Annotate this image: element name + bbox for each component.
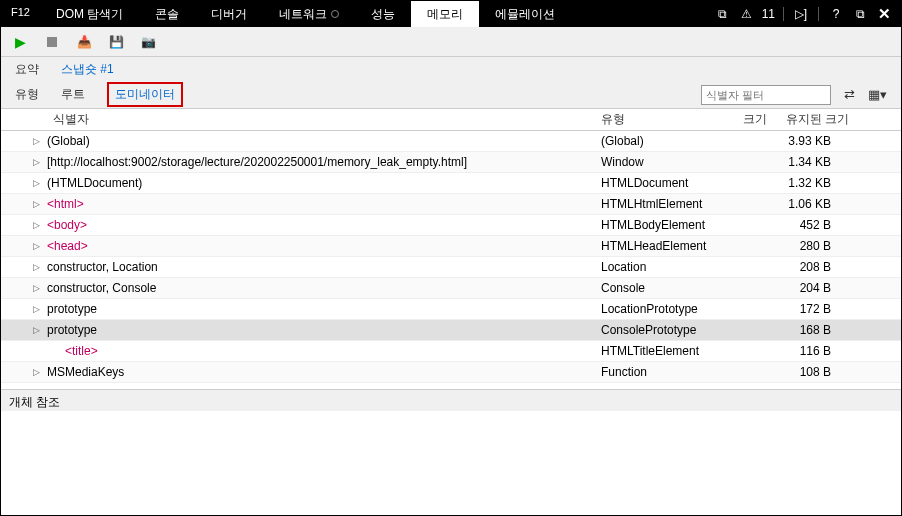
type-text: HTMLBodyElement [601,218,717,232]
tab-메모리[interactable]: 메모리 [411,1,479,27]
table-row[interactable]: ▷<html>HTMLHtmlElement1.06 KB [1,194,901,215]
expand-icon[interactable]: ▷ [33,241,43,251]
type-text: Window [601,155,717,169]
play-button[interactable]: ▶ [11,33,29,51]
table-row[interactable]: ▷MSMediaKeysFunction108 B [1,362,901,383]
table-row[interactable]: ▷prototypeConsolePrototype168 B [1,320,901,341]
tab-DOM 탐색기[interactable]: DOM 탐색기 [40,1,139,27]
identifier-text: MSMediaKeys [47,365,124,379]
identifier-text: (Global) [47,134,90,148]
toolbar: ▶ 📥 💾 📷 [1,27,901,57]
type-text: HTMLDocument [601,176,717,190]
expand-icon[interactable]: ▷ [33,325,43,335]
col-type[interactable]: 유형 [601,111,717,128]
tab-네트워크[interactable]: 네트워크 [263,1,355,27]
snapshot-link[interactable]: 스냅숏 #1 [61,61,114,78]
record-indicator-icon [331,10,339,18]
retained-text: 1.32 KB [777,176,841,190]
import-button[interactable]: 📥 [75,33,93,51]
table-row[interactable]: ▷[http://localhost:9002/storage/lecture/… [1,152,901,173]
type-text: Console [601,281,717,295]
retained-text: 208 B [777,260,841,274]
identifier-text: <body> [47,218,87,232]
summary-tab[interactable]: 요약 [15,61,39,78]
dock-icon[interactable]: ⧉ [714,7,732,21]
table-row[interactable]: ▷prototypeLocationPrototype172 B [1,299,901,320]
expand-icon[interactable]: ▷ [33,262,43,272]
retained-text: 172 B [777,302,841,316]
col-identifier[interactable]: 식별자 [1,111,601,128]
type-text: (Global) [601,134,717,148]
type-text: HTMLHtmlElement [601,197,717,211]
memory-grid: 식별자 유형 크기 유지된 크기 ▷(Global)(Global)3.93 K… [1,109,901,389]
type-text: Location [601,260,717,274]
stop-button[interactable] [43,33,61,51]
table-row[interactable]: ▷<body>HTMLBodyElement452 B [1,215,901,236]
close-icon[interactable]: ✕ [875,5,893,23]
expand-icon[interactable]: ▷ [33,178,43,188]
type-text: ConsolePrototype [601,323,717,337]
table-row[interactable]: ▷<head>HTMLHeadElement280 B [1,236,901,257]
tab-성능[interactable]: 성능 [355,1,411,27]
devtools-tabs: DOM 탐색기콘솔디버거네트워크성능메모리에뮬레이션 [40,1,706,27]
type-tab[interactable]: 유형 [15,86,39,103]
identifier-text: constructor, Location [47,260,158,274]
f12-label: F12 [1,1,40,27]
object-ref-panel [1,411,901,511]
warning-count: 11 [762,7,775,21]
expand-icon[interactable]: ▷ [33,157,43,167]
object-ref-label: 개체 참조 [1,389,901,411]
tab-콘솔[interactable]: 콘솔 [139,1,195,27]
retained-text: 1.34 KB [777,155,841,169]
root-tab[interactable]: 루트 [61,86,85,103]
table-row[interactable]: <title>HTMLTitleElement116 B [1,341,901,362]
settings-icon[interactable]: ⇄ [839,85,859,105]
table-row[interactable]: ▷(Global)(Global)3.93 KB [1,131,901,152]
save-button[interactable]: 💾 [107,33,125,51]
warning-icon[interactable]: ⚠ [738,7,756,21]
col-retained[interactable]: 유지된 크기 [777,111,859,128]
retained-text: 168 B [777,323,841,337]
identifier-text: (HTMLDocument) [47,176,142,190]
tab-에뮬레이션[interactable]: 에뮬레이션 [479,1,571,27]
type-text: HTMLTitleElement [601,344,717,358]
grid-view-icon[interactable]: ▦▾ [867,85,887,105]
grid-body[interactable]: ▷(Global)(Global)3.93 KB▷[http://localho… [1,131,901,389]
undock-icon[interactable]: ⧉ [851,7,869,21]
expand-icon[interactable]: ▷ [33,220,43,230]
table-row[interactable]: ▷constructor, ConsoleConsole204 B [1,278,901,299]
tab-디버거[interactable]: 디버거 [195,1,263,27]
snapshot-bar: 요약 스냅숏 #1 [1,57,901,81]
view-bar: 유형 루트 도미네이터 ⇄ ▦▾ [1,81,901,109]
help-icon[interactable]: ? [827,7,845,21]
retained-text: 452 B [777,218,841,232]
grid-header: 식별자 유형 크기 유지된 크기 [1,109,901,131]
screenshot-button[interactable]: 📷 [139,33,157,51]
type-text: Function [601,365,717,379]
type-text: HTMLHeadElement [601,239,717,253]
retained-text: 280 B [777,239,841,253]
table-row[interactable]: ▷(HTMLDocument)HTMLDocument1.32 KB [1,173,901,194]
identifier-text: [http://localhost:9002/storage/lecture/2… [47,155,467,169]
expand-icon[interactable]: ▷ [33,304,43,314]
expand-icon[interactable]: ▷ [33,367,43,377]
retained-text: 204 B [777,281,841,295]
expand-icon[interactable]: ▷ [33,199,43,209]
titlebar: F12 DOM 탐색기콘솔디버거네트워크성능메모리에뮬레이션 ⧉ ⚠ 11 ▷]… [1,1,901,27]
identifier-text: <title> [65,344,98,358]
identifier-filter-input[interactable] [701,85,831,105]
expand-icon[interactable]: ▷ [33,283,43,293]
identifier-text: prototype [47,302,97,316]
identifier-text: <html> [47,197,84,211]
titlebar-right: ⧉ ⚠ 11 ▷] ? ⧉ ✕ [706,1,901,27]
retained-text: 116 B [777,344,841,358]
dominator-tab[interactable]: 도미네이터 [107,82,183,107]
identifier-text: <head> [47,239,88,253]
identifier-text: constructor, Console [47,281,156,295]
separator [818,7,819,21]
retained-text: 3.93 KB [777,134,841,148]
expand-icon[interactable]: ▷ [33,136,43,146]
console-icon[interactable]: ▷] [792,7,810,21]
table-row[interactable]: ▷constructor, LocationLocation208 B [1,257,901,278]
col-size[interactable]: 크기 [717,111,777,128]
